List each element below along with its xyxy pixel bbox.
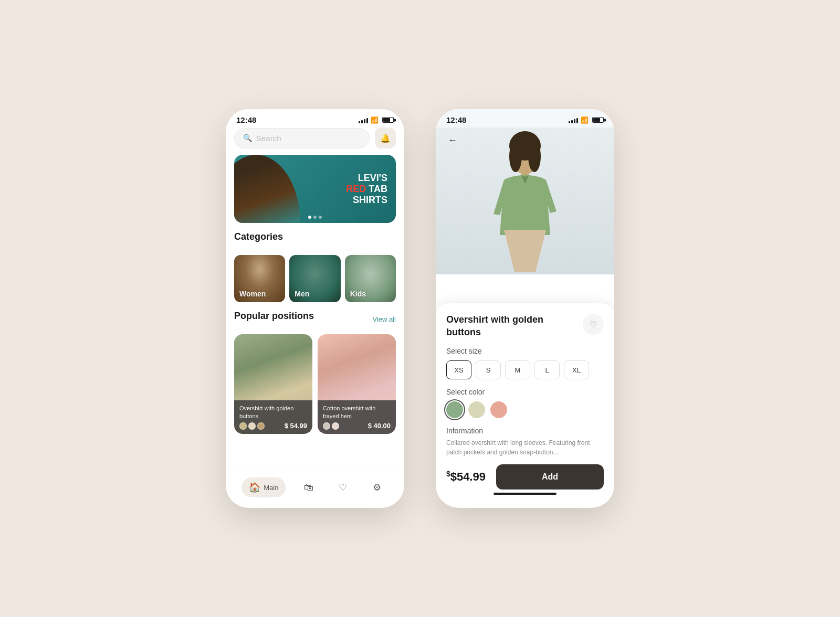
nav-label-main: Main	[264, 484, 278, 492]
color-row	[446, 401, 604, 418]
color-swatch-pink[interactable]	[490, 401, 507, 418]
product-price-2: $ 40.00	[368, 422, 391, 430]
search-icon: 🔍	[243, 134, 252, 142]
search-bar: 🔍 Search 🔔	[234, 127, 396, 148]
notification-button[interactable]: 🔔	[375, 127, 396, 148]
banner-line1: LEVI'S	[346, 173, 387, 184]
color-dot-1[interactable]	[239, 422, 247, 430]
color-dot-3[interactable]	[257, 422, 265, 430]
category-card-women[interactable]: Women	[234, 255, 285, 302]
product-price-row-1: $ 54.99	[239, 422, 307, 430]
time-left: 12:48	[236, 115, 256, 124]
battery-icon-right	[592, 117, 604, 123]
svg-point-3	[528, 141, 541, 172]
left-phone-content: 🔍 Search 🔔 LEVI'S RED TAB SHIRTS	[226, 127, 404, 505]
banner-dot-1[interactable]	[308, 216, 311, 219]
banner-pagination	[308, 216, 322, 219]
category-card-men[interactable]: Men	[289, 255, 340, 302]
product-name-2: Cotton overshirt with frayed hem	[323, 405, 391, 420]
product-name-1: Overshirt with golden buttons	[239, 405, 307, 420]
product-info-2: Cotton overshirt with frayed hem $ 40.00	[318, 400, 396, 434]
popular-title: Popular positions	[234, 311, 314, 322]
purchase-row: $$54.99 Add	[446, 464, 604, 490]
color-label: Select color	[446, 388, 604, 396]
popular-header: Popular positions View all	[234, 311, 396, 328]
banner-person-image	[234, 155, 308, 223]
right-phone-content: ←	[436, 127, 614, 505]
category-label-kids: Kids	[350, 290, 366, 298]
categories-header: Categories	[234, 231, 396, 249]
banner-dot-2[interactable]	[313, 216, 317, 219]
hero-figure-svg	[472, 130, 578, 272]
color-swatch-green[interactable]	[446, 401, 463, 418]
product-title-row: Overshirt with golden buttons ♡	[446, 314, 604, 338]
size-btn-xl[interactable]: XL	[564, 360, 589, 379]
time-right: 12:48	[446, 115, 466, 124]
left-phone: 12:48 📶 🔍 Search 🔔	[226, 109, 404, 508]
product-price-1: $ 54.99	[285, 422, 307, 430]
size-row: XS S M L XL	[446, 360, 604, 379]
search-input-wrap[interactable]: 🔍 Search	[234, 128, 370, 148]
add-to-cart-button[interactable]: Add	[496, 464, 604, 490]
info-label: Information	[446, 427, 604, 435]
right-phone: 12:48 📶 ←	[436, 109, 614, 508]
color-dot-2[interactable]	[248, 422, 256, 430]
product-detail-title: Overshirt with golden buttons	[446, 314, 576, 338]
categories-row: Women Men Kids	[234, 255, 396, 302]
heart-outline-icon: ♡	[590, 320, 597, 329]
product-card-2[interactable]: Cotton overshirt with frayed hem $ 40.00	[318, 334, 396, 434]
view-all-button[interactable]: View all	[372, 315, 396, 323]
product-hero-image	[436, 127, 614, 274]
svg-point-2	[509, 141, 522, 172]
status-icons-left: 📶	[359, 116, 394, 124]
search-input[interactable]: Search	[256, 134, 281, 143]
product-colors-1	[239, 422, 265, 430]
color-dot-4[interactable]	[323, 422, 330, 430]
category-card-kids[interactable]: Kids	[345, 255, 396, 302]
wifi-icon-right: 📶	[581, 116, 589, 124]
color-dot-5[interactable]	[332, 422, 339, 430]
signal-icon	[359, 117, 368, 123]
nav-item-settings[interactable]: ⚙	[365, 477, 388, 497]
favorite-button[interactable]: ♡	[583, 314, 604, 335]
cart-icon: 🛍	[304, 482, 313, 493]
banner-red-text: RED	[346, 184, 366, 194]
products-row: Overshirt with golden buttons $ 54.99	[234, 334, 396, 434]
nav-item-cart[interactable]: 🛍	[297, 478, 321, 497]
category-label-women: Women	[239, 290, 266, 298]
product-card-1[interactable]: Overshirt with golden buttons $ 54.99	[234, 334, 312, 434]
back-arrow-icon: ←	[448, 135, 457, 146]
battery-icon	[382, 117, 394, 123]
signal-icon-right	[569, 117, 578, 123]
nav-item-main[interactable]: 🏠 Main	[242, 477, 286, 497]
product-price-row-2: $ 40.00	[323, 422, 391, 430]
banner-line2: RED TAB	[346, 184, 387, 195]
product-colors-2	[323, 422, 339, 430]
wifi-icon: 📶	[371, 116, 379, 124]
color-swatch-cream[interactable]	[468, 401, 485, 418]
banner-dot-3[interactable]	[319, 216, 322, 219]
home-indicator-right	[494, 493, 556, 495]
heart-icon: ♡	[339, 482, 347, 493]
add-label: Add	[542, 472, 558, 482]
size-btn-xs[interactable]: XS	[446, 360, 471, 379]
banner-text: LEVI'S RED TAB SHIRTS	[346, 173, 387, 206]
banner-line3: SHIRTS	[346, 195, 387, 206]
category-label-men: Men	[295, 290, 309, 298]
bell-icon: 🔔	[380, 133, 391, 143]
home-icon: 🏠	[249, 482, 260, 493]
purchase-price: $$54.99	[446, 470, 486, 484]
nav-item-favorites[interactable]: ♡	[331, 477, 354, 497]
status-bar-left: 12:48 📶	[226, 109, 404, 127]
gear-icon: ⚙	[373, 482, 381, 493]
size-btn-l[interactable]: L	[534, 360, 560, 379]
promo-banner[interactable]: LEVI'S RED TAB SHIRTS	[234, 155, 396, 223]
size-btn-s[interactable]: S	[476, 360, 501, 379]
product-detail-panel: Overshirt with golden buttons ♡ Select s…	[436, 303, 614, 505]
info-text: Collared overshirt with long sleeves. Fe…	[446, 438, 604, 457]
status-icons-right: 📶	[569, 116, 604, 124]
status-bar-right: 12:48 📶	[436, 109, 614, 127]
back-button[interactable]: ←	[444, 132, 461, 148]
size-btn-m[interactable]: M	[505, 360, 530, 379]
bottom-nav: 🏠 Main 🛍 ♡ ⚙	[226, 472, 404, 508]
